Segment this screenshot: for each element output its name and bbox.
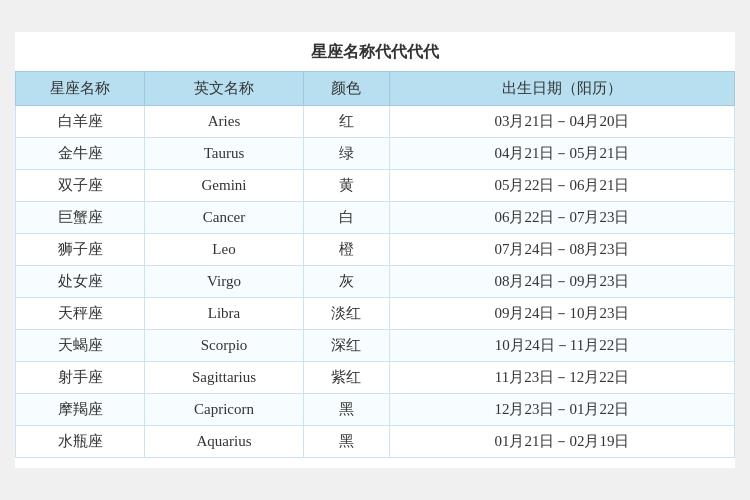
- cell-en-name: Libra: [145, 298, 303, 330]
- cell-date: 04月21日－05月21日: [389, 138, 734, 170]
- cell-date: 05月22日－06月21日: [389, 170, 734, 202]
- cell-date: 09月24日－10月23日: [389, 298, 734, 330]
- table-body: 白羊座Aries红03月21日－04月20日金牛座Taurus绿04月21日－0…: [16, 106, 735, 458]
- cell-color: 绿: [303, 138, 389, 170]
- cell-zh-name: 双子座: [16, 170, 145, 202]
- cell-en-name: Taurus: [145, 138, 303, 170]
- header-color: 颜色: [303, 72, 389, 106]
- cell-en-name: Gemini: [145, 170, 303, 202]
- cell-color: 橙: [303, 234, 389, 266]
- cell-en-name: Capricorn: [145, 394, 303, 426]
- cell-en-name: Aquarius: [145, 426, 303, 458]
- cell-zh-name: 处女座: [16, 266, 145, 298]
- cell-date: 11月23日－12月22日: [389, 362, 734, 394]
- cell-color: 黑: [303, 394, 389, 426]
- cell-en-name: Virgo: [145, 266, 303, 298]
- page-title: 星座名称代代代代: [15, 42, 735, 63]
- main-container: 星座名称代代代代 星座名称 英文名称 颜色 出生日期（阳历） 白羊座Aries红…: [15, 32, 735, 468]
- cell-zh-name: 天蝎座: [16, 330, 145, 362]
- cell-color: 紫红: [303, 362, 389, 394]
- cell-color: 红: [303, 106, 389, 138]
- cell-date: 06月22日－07月23日: [389, 202, 734, 234]
- cell-zh-name: 狮子座: [16, 234, 145, 266]
- table-row: 金牛座Taurus绿04月21日－05月21日: [16, 138, 735, 170]
- cell-date: 10月24日－11月22日: [389, 330, 734, 362]
- cell-zh-name: 金牛座: [16, 138, 145, 170]
- table-row: 摩羯座Capricorn黑12月23日－01月22日: [16, 394, 735, 426]
- table-row: 水瓶座Aquarius黑01月21日－02月19日: [16, 426, 735, 458]
- table-row: 天秤座Libra淡红09月24日－10月23日: [16, 298, 735, 330]
- cell-date: 01月21日－02月19日: [389, 426, 734, 458]
- cell-zh-name: 巨蟹座: [16, 202, 145, 234]
- cell-zh-name: 白羊座: [16, 106, 145, 138]
- cell-en-name: Cancer: [145, 202, 303, 234]
- header-date: 出生日期（阳历）: [389, 72, 734, 106]
- cell-color: 白: [303, 202, 389, 234]
- cell-color: 淡红: [303, 298, 389, 330]
- cell-en-name: Leo: [145, 234, 303, 266]
- cell-color: 灰: [303, 266, 389, 298]
- table-header-row: 星座名称 英文名称 颜色 出生日期（阳历）: [16, 72, 735, 106]
- cell-date: 12月23日－01月22日: [389, 394, 734, 426]
- table-row: 狮子座Leo橙07月24日－08月23日: [16, 234, 735, 266]
- zodiac-table: 星座名称 英文名称 颜色 出生日期（阳历） 白羊座Aries红03月21日－04…: [15, 71, 735, 458]
- cell-zh-name: 摩羯座: [16, 394, 145, 426]
- cell-color: 黄: [303, 170, 389, 202]
- table-row: 处女座Virgo灰08月24日－09月23日: [16, 266, 735, 298]
- table-row: 白羊座Aries红03月21日－04月20日: [16, 106, 735, 138]
- cell-zh-name: 天秤座: [16, 298, 145, 330]
- cell-date: 03月21日－04月20日: [389, 106, 734, 138]
- cell-color: 深红: [303, 330, 389, 362]
- header-en-name: 英文名称: [145, 72, 303, 106]
- header-zh-name: 星座名称: [16, 72, 145, 106]
- cell-date: 07月24日－08月23日: [389, 234, 734, 266]
- cell-color: 黑: [303, 426, 389, 458]
- cell-en-name: Scorpio: [145, 330, 303, 362]
- cell-en-name: Sagittarius: [145, 362, 303, 394]
- cell-zh-name: 射手座: [16, 362, 145, 394]
- table-row: 双子座Gemini黄05月22日－06月21日: [16, 170, 735, 202]
- cell-en-name: Aries: [145, 106, 303, 138]
- table-row: 射手座Sagittarius紫红11月23日－12月22日: [16, 362, 735, 394]
- table-row: 巨蟹座Cancer白06月22日－07月23日: [16, 202, 735, 234]
- cell-zh-name: 水瓶座: [16, 426, 145, 458]
- table-row: 天蝎座Scorpio深红10月24日－11月22日: [16, 330, 735, 362]
- cell-date: 08月24日－09月23日: [389, 266, 734, 298]
